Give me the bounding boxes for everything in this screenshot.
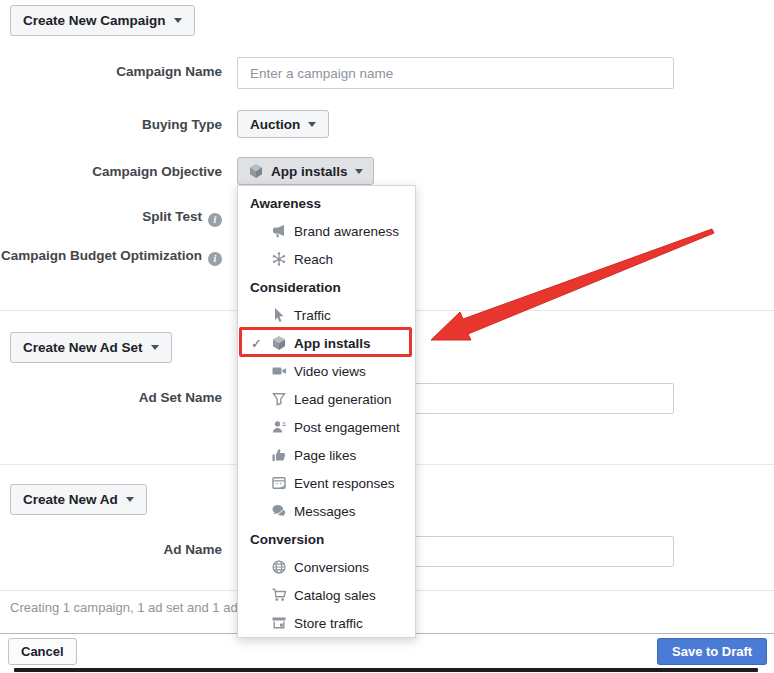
network-icon bbox=[271, 251, 287, 267]
campaign-budget-optimization-label-text: Campaign Budget Optimization bbox=[1, 248, 202, 263]
cursor-icon bbox=[271, 307, 287, 323]
campaign-objective-label: Campaign Objective bbox=[0, 164, 222, 180]
objective-option-label: Reach bbox=[294, 252, 333, 267]
objective-option-app-installs[interactable]: ✓App installs bbox=[238, 329, 415, 357]
cart-icon bbox=[271, 587, 287, 603]
objective-option-messages[interactable]: Messages bbox=[238, 497, 415, 525]
cancel-button[interactable]: Cancel bbox=[8, 638, 77, 665]
buying-type-value: Auction bbox=[250, 117, 300, 132]
objective-option-label: Post engagement bbox=[294, 420, 400, 435]
thumbs-up-icon bbox=[271, 447, 287, 463]
objective-option-label: Traffic bbox=[294, 308, 331, 323]
funnel-icon bbox=[271, 391, 287, 407]
speech-bubble-icon bbox=[271, 503, 287, 519]
objective-option-label: Video views bbox=[294, 364, 366, 379]
chevron-down-icon bbox=[308, 122, 316, 127]
info-icon[interactable]: i bbox=[208, 252, 222, 266]
objective-option-label: Event responses bbox=[294, 476, 395, 491]
save-to-draft-label: Save to Draft bbox=[672, 644, 752, 659]
storefront-icon bbox=[271, 615, 287, 631]
campaign-name-label: Campaign Name bbox=[0, 64, 222, 80]
objective-option-label: Messages bbox=[294, 504, 356, 519]
objective-option-traffic[interactable]: Traffic bbox=[238, 301, 415, 329]
ad-name-label: Ad Name bbox=[0, 542, 222, 558]
create-new-campaign-button[interactable]: Create New Campaign bbox=[10, 5, 195, 36]
split-test-label: Split Testi bbox=[0, 209, 222, 227]
objective-option-reach[interactable]: Reach bbox=[238, 245, 415, 273]
objective-option-label: Lead generation bbox=[294, 392, 392, 407]
objective-option-post-engagement[interactable]: Post engagement bbox=[238, 413, 415, 441]
objective-option-video-views[interactable]: Video views bbox=[238, 357, 415, 385]
chevron-down-icon bbox=[151, 345, 159, 350]
objective-option-label: App installs bbox=[294, 336, 371, 351]
objective-option-catalog-sales[interactable]: Catalog sales bbox=[238, 581, 415, 609]
objective-option-page-likes[interactable]: Page likes bbox=[238, 441, 415, 469]
menu-section-label: Conversion bbox=[250, 532, 324, 547]
objective-option-label: Page likes bbox=[294, 448, 356, 463]
chevron-down-icon bbox=[126, 497, 134, 502]
campaign-name-input[interactable] bbox=[237, 57, 674, 89]
cube-icon bbox=[271, 335, 287, 351]
save-to-draft-button[interactable]: Save to Draft bbox=[657, 638, 767, 665]
objective-option-label: Brand awareness bbox=[294, 224, 399, 239]
menu-section-header-awareness: Awareness bbox=[238, 189, 415, 217]
create-new-ad-label: Create New Ad bbox=[23, 492, 118, 507]
chevron-down-icon bbox=[355, 169, 363, 174]
buying-type-label: Buying Type bbox=[0, 117, 222, 133]
globe-icon bbox=[271, 559, 287, 575]
objective-option-brand-awareness[interactable]: Brand awareness bbox=[238, 217, 415, 245]
chevron-down-icon bbox=[174, 18, 182, 23]
buying-type-dropdown[interactable]: Auction bbox=[237, 110, 329, 138]
objective-option-label: Conversions bbox=[294, 560, 369, 575]
objective-option-lead-generation[interactable]: Lead generation bbox=[238, 385, 415, 413]
create-new-campaign-label: Create New Campaign bbox=[23, 13, 166, 28]
creation-summary-text: Creating 1 campaign, 1 ad set and 1 ad bbox=[10, 600, 238, 615]
megaphone-icon bbox=[271, 223, 287, 239]
objective-option-label: Catalog sales bbox=[294, 588, 376, 603]
campaign-creation-dialog: Create New Campaign Campaign Name Buying… bbox=[0, 0, 774, 673]
campaign-objective-dropdown[interactable]: App installs bbox=[237, 157, 374, 185]
person-icon bbox=[271, 419, 287, 435]
checkmark-icon: ✓ bbox=[238, 336, 271, 351]
objective-option-conversions[interactable]: Conversions bbox=[238, 553, 415, 581]
ad-set-name-label: Ad Set Name bbox=[0, 390, 222, 406]
campaign-objective-value: App installs bbox=[271, 164, 348, 179]
create-new-ad-button[interactable]: Create New Ad bbox=[10, 484, 147, 515]
split-test-label-text: Split Test bbox=[142, 209, 202, 224]
objective-option-store-traffic[interactable]: Store traffic bbox=[238, 609, 415, 637]
menu-section-header-consideration: Consideration bbox=[238, 273, 415, 301]
objective-option-label: Store traffic bbox=[294, 616, 363, 631]
info-icon[interactable]: i bbox=[208, 213, 222, 227]
campaign-objective-menu: AwarenessBrand awarenessReachConsiderati… bbox=[237, 185, 416, 638]
objective-option-event-responses[interactable]: Event responses bbox=[238, 469, 415, 497]
video-camera-icon bbox=[271, 363, 287, 379]
menu-section-label: Consideration bbox=[250, 280, 341, 295]
menu-section-label: Awareness bbox=[250, 196, 321, 211]
window-bottom-edge bbox=[14, 668, 758, 672]
calendar-icon bbox=[271, 475, 287, 491]
create-new-ad-set-button[interactable]: Create New Ad Set bbox=[10, 332, 172, 363]
campaign-budget-optimization-label: Campaign Budget Optimizationi bbox=[0, 248, 222, 266]
cube-icon bbox=[248, 163, 264, 179]
cancel-label: Cancel bbox=[21, 644, 64, 659]
create-new-ad-set-label: Create New Ad Set bbox=[23, 340, 143, 355]
menu-section-header-conversion: Conversion bbox=[238, 525, 415, 553]
